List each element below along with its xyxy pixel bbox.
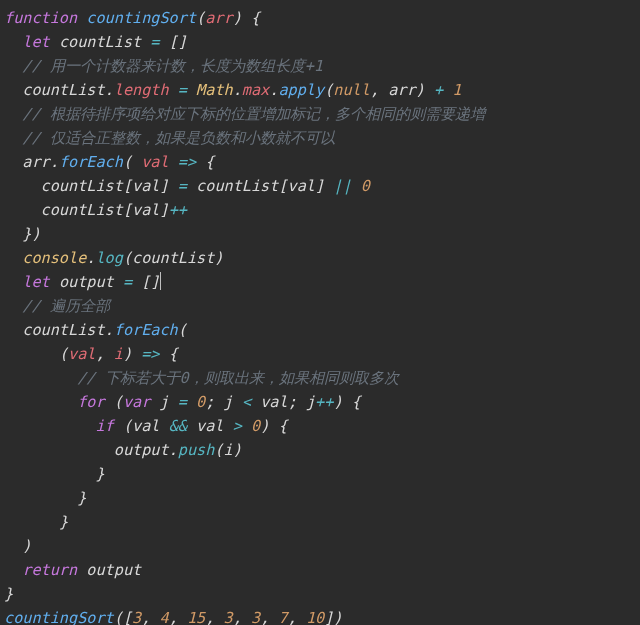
code-line: countList[val]++ — [4, 201, 187, 219]
code-line: ) — [4, 537, 31, 555]
code-line: return output — [4, 561, 141, 579]
null-literal: null — [333, 81, 370, 99]
code-line: let output = [] — [4, 273, 161, 291]
code-line: console.log(countList) — [4, 249, 224, 267]
brace: } — [77, 489, 86, 507]
code-line: // 遍历全部 — [4, 297, 110, 315]
code-line: countingSort([3, 4, 15, 3, 3, 7, 10]) — [4, 609, 342, 625]
keyword-return: return — [22, 561, 77, 579]
identifier: countList — [196, 177, 278, 195]
number: 0 — [196, 393, 205, 411]
keyword-let: let — [22, 33, 49, 51]
operator: = — [178, 81, 187, 99]
brace: } — [95, 465, 104, 483]
code-line: (val, i) => { — [4, 345, 178, 363]
method-call: push — [178, 441, 215, 459]
code-line: // 用一个计数器来计数，长度为数组长度+1 — [4, 57, 323, 75]
code-line: countList.forEach( — [4, 321, 187, 339]
number: 10 — [306, 609, 324, 625]
identifier: countList — [22, 321, 104, 339]
code-line: function countingSort(arr) { — [4, 9, 260, 27]
param: val — [68, 345, 95, 363]
comment: // 根据待排序项给对应下标的位置增加标记，多个相同的则需要递增 — [22, 105, 484, 123]
identifier: val — [132, 201, 159, 219]
brace: } — [59, 513, 68, 531]
number: 1 — [452, 81, 461, 99]
param: i — [114, 345, 123, 363]
identifier: countList — [41, 177, 123, 195]
code-line: } — [4, 489, 86, 507]
code-editor[interactable]: function countingSort(arr) { let countLi… — [0, 0, 640, 625]
code-line: } — [4, 585, 13, 603]
function-name: countingSort — [86, 9, 196, 27]
number: 7 — [278, 609, 287, 625]
identifier: i — [224, 441, 233, 459]
keyword-let: let — [22, 273, 49, 291]
code-line: // 仅适合正整数，如果是负数和小数就不可以 — [4, 129, 335, 147]
operator: = — [178, 177, 187, 195]
text-cursor — [160, 272, 161, 290]
property: length — [114, 81, 169, 99]
comment: // 下标若大于0，则取出来，如果相同则取多次 — [77, 369, 399, 387]
operator: + — [434, 81, 443, 99]
identifier: val — [196, 417, 223, 435]
paren: ) — [22, 537, 31, 555]
identifier: j — [159, 393, 168, 411]
object-console: console — [22, 249, 86, 267]
identifier: countList — [132, 249, 214, 267]
identifier: arr — [22, 153, 49, 171]
identifier: output — [59, 273, 114, 291]
code-line: arr.forEach( val => { — [4, 153, 214, 171]
identifier: countList — [41, 201, 123, 219]
keyword-function: function — [4, 9, 77, 27]
number: 4 — [159, 609, 168, 625]
code-line: // 根据待排序项给对应下标的位置增加标记，多个相同的则需要递增 — [4, 105, 485, 123]
code-line: countList[val] = countList[val] || 0 — [4, 177, 370, 195]
keyword-if: if — [95, 417, 113, 435]
method-call: apply — [278, 81, 324, 99]
method-call: forEach — [59, 153, 123, 171]
identifier: output — [86, 561, 141, 579]
code-line: let countList = [] — [4, 33, 187, 51]
identifier: countList — [59, 33, 141, 51]
comment: // 仅适合正整数，如果是负数和小数就不可以 — [22, 129, 334, 147]
operator: < — [242, 393, 251, 411]
param: val — [141, 153, 168, 171]
code-line: }) — [4, 225, 41, 243]
code-line: for (var j = 0; j < val; j++) { — [4, 393, 361, 411]
operator: = — [178, 393, 187, 411]
comment: // 遍历全部 — [22, 297, 109, 315]
identifier: countList — [22, 81, 104, 99]
number: 3 — [132, 609, 141, 625]
operator: && — [169, 417, 187, 435]
code-line: countList.length = Math.max.apply(null, … — [4, 81, 461, 99]
property: max — [242, 81, 269, 99]
identifier: j — [306, 393, 315, 411]
operator: > — [233, 417, 242, 435]
identifier: val — [260, 393, 287, 411]
method-call: forEach — [114, 321, 178, 339]
identifier: j — [224, 393, 233, 411]
number: 0 — [251, 417, 260, 435]
operator: = — [123, 273, 132, 291]
code-line: if (val && val > 0) { — [4, 417, 288, 435]
object-math: Math — [196, 81, 233, 99]
number: 15 — [187, 609, 205, 625]
method-call: log — [95, 249, 122, 267]
keyword-var: var — [123, 393, 150, 411]
brackets: [] — [141, 273, 159, 291]
operator: ++ — [169, 201, 187, 219]
keyword-for: for — [77, 393, 104, 411]
operator: || — [333, 177, 351, 195]
brace: } — [4, 585, 13, 603]
operator: ++ — [315, 393, 333, 411]
number: 3 — [251, 609, 260, 625]
identifier: arr — [388, 81, 415, 99]
function-call: countingSort — [4, 609, 114, 625]
code-line: } — [4, 465, 105, 483]
code-line: output.push(i) — [4, 441, 242, 459]
number: 3 — [224, 609, 233, 625]
param-arr: arr — [205, 9, 232, 27]
identifier: output — [114, 441, 169, 459]
brace: }) — [22, 225, 40, 243]
